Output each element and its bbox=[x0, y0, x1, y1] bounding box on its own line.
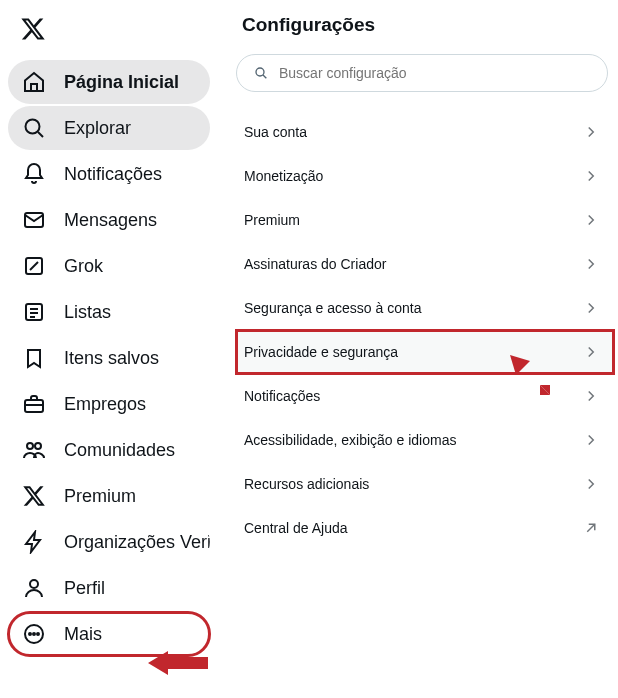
setting-monetization[interactable]: Monetização bbox=[236, 154, 614, 198]
search-wrap bbox=[236, 54, 608, 92]
search-input[interactable] bbox=[279, 65, 591, 81]
nav-label: Explorar bbox=[64, 118, 131, 139]
nav-label: Notificações bbox=[64, 164, 162, 185]
home-icon bbox=[22, 70, 46, 94]
setting-label: Notificações bbox=[244, 388, 320, 404]
sidebar-item-grok[interactable]: Grok bbox=[8, 244, 210, 288]
chevron-right-icon bbox=[582, 431, 600, 449]
setting-accessibility[interactable]: Acessibilidade, exibição e idiomas bbox=[236, 418, 614, 462]
nav-label: Premium bbox=[64, 486, 136, 507]
settings-list: Sua conta Monetização Premium Assinatura… bbox=[236, 110, 614, 550]
page-title: Configurações bbox=[236, 14, 614, 36]
chevron-right-icon bbox=[582, 255, 600, 273]
nav-label: Empregos bbox=[64, 394, 146, 415]
setting-premium[interactable]: Premium bbox=[236, 198, 614, 242]
nav-label: Organizações Verif bbox=[64, 532, 210, 553]
svg-line-19 bbox=[263, 75, 266, 78]
svg-point-12 bbox=[35, 443, 41, 449]
svg-point-18 bbox=[256, 68, 264, 76]
chevron-right-icon bbox=[582, 475, 600, 493]
sidebar-item-profile[interactable]: Perfil bbox=[8, 566, 210, 610]
chevron-right-icon bbox=[582, 167, 600, 185]
nav-label: Mais bbox=[64, 624, 102, 645]
setting-account[interactable]: Sua conta bbox=[236, 110, 614, 154]
search-icon bbox=[253, 65, 269, 81]
setting-label: Privacidade e segurança bbox=[244, 344, 398, 360]
setting-label: Premium bbox=[244, 212, 300, 228]
setting-help-center[interactable]: Central de Ajuda bbox=[236, 506, 614, 550]
sidebar-item-more[interactable]: Mais bbox=[8, 612, 210, 656]
main-content: Configurações Sua conta Monetização Prem… bbox=[216, 0, 618, 698]
briefcase-icon bbox=[22, 392, 46, 416]
svg-point-15 bbox=[29, 633, 31, 635]
setting-label: Acessibilidade, exibição e idiomas bbox=[244, 432, 456, 448]
svg-line-1 bbox=[38, 132, 43, 137]
sidebar-item-communities[interactable]: Comunidades bbox=[8, 428, 210, 472]
profile-icon bbox=[22, 576, 46, 600]
sidebar-item-explore[interactable]: Explorar bbox=[8, 106, 210, 150]
bolt-icon bbox=[22, 530, 46, 554]
nav-label: Itens salvos bbox=[64, 348, 159, 369]
nav-label: Página Inicial bbox=[64, 72, 179, 93]
communities-icon bbox=[22, 438, 46, 462]
search-icon bbox=[22, 116, 46, 140]
setting-label: Segurança e acesso à conta bbox=[244, 300, 421, 316]
svg-line-4 bbox=[30, 262, 38, 270]
setting-additional[interactable]: Recursos adicionais bbox=[236, 462, 614, 506]
x-logo[interactable] bbox=[8, 8, 210, 58]
sidebar-item-verified-orgs[interactable]: Organizações Verif bbox=[8, 520, 210, 564]
setting-privacy-safety[interactable]: Privacidade e segurança bbox=[236, 330, 614, 374]
bell-icon bbox=[22, 162, 46, 186]
sidebar-item-messages[interactable]: Mensagens bbox=[8, 198, 210, 242]
nav-label: Grok bbox=[64, 256, 103, 277]
setting-notifications[interactable]: Notificações bbox=[236, 374, 614, 418]
x-icon bbox=[22, 484, 46, 508]
setting-label: Central de Ajuda bbox=[244, 520, 348, 536]
nav-label: Listas bbox=[64, 302, 111, 323]
chevron-right-icon bbox=[582, 299, 600, 317]
sidebar-item-notifications[interactable]: Notificações bbox=[8, 152, 210, 196]
mail-icon bbox=[22, 208, 46, 232]
nav-label: Mensagens bbox=[64, 210, 157, 231]
setting-creator-subs[interactable]: Assinaturas do Criador bbox=[236, 242, 614, 286]
sidebar-item-bookmarks[interactable]: Itens salvos bbox=[8, 336, 210, 380]
setting-security-access[interactable]: Segurança e acesso à conta bbox=[236, 286, 614, 330]
sidebar-item-lists[interactable]: Listas bbox=[8, 290, 210, 334]
chevron-right-icon bbox=[582, 211, 600, 229]
sidebar-item-home[interactable]: Página Inicial bbox=[8, 60, 210, 104]
chevron-right-icon bbox=[582, 343, 600, 361]
setting-label: Monetização bbox=[244, 168, 323, 184]
svg-point-11 bbox=[27, 443, 33, 449]
search-field[interactable] bbox=[236, 54, 608, 92]
external-link-icon bbox=[582, 519, 600, 537]
setting-label: Assinaturas do Criador bbox=[244, 256, 386, 272]
svg-point-0 bbox=[26, 120, 40, 134]
svg-point-17 bbox=[37, 633, 39, 635]
more-icon bbox=[22, 622, 46, 646]
chevron-right-icon bbox=[582, 123, 600, 141]
setting-label: Sua conta bbox=[244, 124, 307, 140]
sidebar-item-premium[interactable]: Premium bbox=[8, 474, 210, 518]
setting-label: Recursos adicionais bbox=[244, 476, 369, 492]
svg-point-16 bbox=[33, 633, 35, 635]
chevron-right-icon bbox=[582, 387, 600, 405]
bookmark-icon bbox=[22, 346, 46, 370]
sidebar-item-jobs[interactable]: Empregos bbox=[8, 382, 210, 426]
nav-label: Perfil bbox=[64, 578, 105, 599]
svg-point-13 bbox=[30, 580, 38, 588]
list-icon bbox=[22, 300, 46, 324]
nav-label: Comunidades bbox=[64, 440, 175, 461]
sidebar: Página Inicial Explorar Notificações Men… bbox=[0, 0, 216, 698]
grok-icon bbox=[22, 254, 46, 278]
